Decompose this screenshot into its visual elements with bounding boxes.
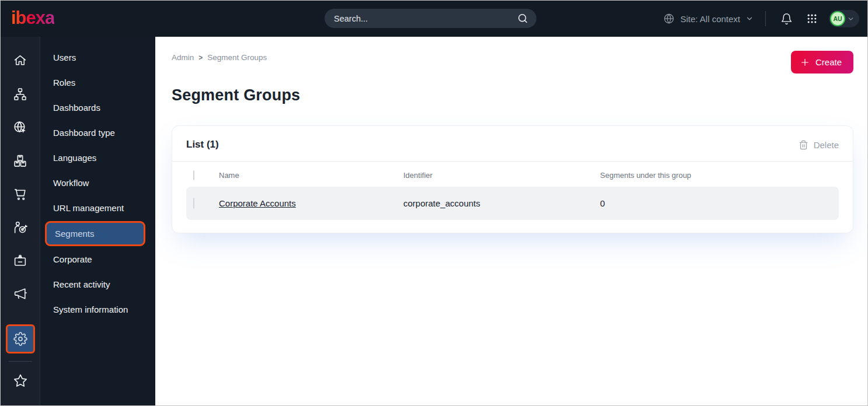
delete-button[interactable]: Delete	[799, 140, 839, 150]
nav-site-structure-icon[interactable]	[6, 79, 35, 108]
site-context-label: Site: All context	[680, 14, 740, 24]
rail-divider	[9, 361, 32, 362]
main-nav-rail	[1, 37, 40, 405]
nav-personalization-icon[interactable]	[6, 212, 35, 242]
trash-icon	[799, 140, 808, 150]
column-header-segments: Segments under this group	[600, 171, 839, 180]
plus-icon	[800, 58, 810, 67]
breadcrumb-current: Segment Groups	[207, 53, 267, 62]
nav-home-icon[interactable]	[6, 46, 35, 75]
column-header-identifier: Identifier	[403, 171, 600, 180]
site-context-chevron-icon	[745, 15, 754, 23]
admin-sidebar-menu: Users Roles Dashboards Dashboard type La…	[40, 37, 155, 405]
page-title: Segment Groups	[172, 86, 853, 104]
breadcrumb-admin[interactable]: Admin	[172, 53, 194, 62]
create-button-label: Create	[815, 57, 842, 67]
table-row: Corporate Accounts corporate_accounts 0	[186, 187, 839, 220]
nav-corporate-icon[interactable]	[6, 246, 35, 275]
table-header: Name Identifier Segments under this grou…	[186, 162, 839, 187]
column-header-name: Name	[219, 171, 403, 180]
select-all-checkbox[interactable]	[193, 170, 194, 180]
segment-group-identifier: corporate_accounts	[403, 198, 600, 208]
sidebar-item-recent-activity[interactable]: Recent activity	[40, 272, 155, 297]
segment-group-count: 0	[600, 198, 839, 208]
sidebar-item-url-management[interactable]: URL management	[40, 195, 155, 220]
nav-bookmarks-star-icon[interactable]	[6, 366, 35, 396]
nav-site-icon[interactable]	[6, 113, 35, 142]
sidebar-item-users[interactable]: Users	[40, 45, 155, 70]
site-context-globe-icon	[663, 13, 675, 24]
nav-commerce-icon[interactable]	[6, 179, 35, 208]
row-checkbox[interactable]	[193, 198, 194, 209]
nav-products-icon[interactable]	[6, 146, 35, 175]
list-title: List (1)	[186, 139, 219, 150]
search-input[interactable]	[334, 14, 517, 23]
sidebar-item-workflow[interactable]: Workflow	[40, 170, 155, 195]
user-menu-chevron-icon	[847, 15, 855, 23]
sidebar-item-corporate[interactable]: Corporate	[40, 247, 155, 272]
ibexa-logo[interactable]: ibexa	[11, 9, 54, 29]
sidebar-item-dashboards[interactable]: Dashboards	[40, 95, 155, 120]
global-search[interactable]	[325, 9, 536, 28]
sidebar-item-roles[interactable]: Roles	[40, 70, 155, 95]
sidebar-item-dashboard-type[interactable]: Dashboard type	[40, 120, 155, 145]
segment-group-name-link[interactable]: Corporate Accounts	[219, 198, 296, 208]
avatar[interactable]: AU	[830, 11, 845, 26]
sidebar-item-languages[interactable]: Languages	[40, 145, 155, 170]
app-window: ibexa Site: All context	[0, 0, 868, 406]
segment-groups-list-card: List (1) Delete	[172, 125, 853, 233]
search-icon[interactable]	[517, 13, 528, 24]
top-bar: ibexa Site: All context	[1, 1, 867, 37]
main-content: Admin > Segment Groups Create Segment Gr…	[155, 37, 867, 405]
nav-campaign-icon[interactable]	[6, 279, 35, 308]
create-button[interactable]: Create	[791, 51, 853, 74]
nav-admin-settings-icon[interactable]	[6, 324, 35, 354]
app-grid-icon[interactable]	[803, 10, 821, 27]
user-menu[interactable]: AU	[829, 10, 859, 27]
notifications-bell-icon[interactable]	[778, 10, 795, 27]
topbar-divider	[765, 11, 766, 26]
sidebar-item-segments[interactable]: Segments	[45, 221, 145, 246]
site-context-selector[interactable]: Site: All context	[663, 13, 754, 24]
breadcrumb-separator: >	[198, 54, 203, 62]
breadcrumb: Admin > Segment Groups	[172, 51, 267, 62]
delete-button-label: Delete	[814, 140, 839, 150]
sidebar-item-system-information[interactable]: System information	[40, 297, 155, 322]
